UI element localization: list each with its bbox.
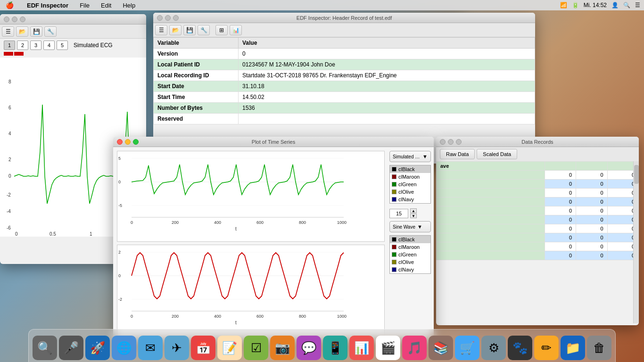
dock-keynote[interactable]: 🎬 [376,336,400,360]
data-minimize[interactable] [448,139,454,145]
ecg-channel-label: Simulated ECG [74,42,113,49]
dock-reminders[interactable]: ☑ [244,336,268,360]
ecg-channel-row: 1 2 3 4 5 Simulated ECG [0,39,146,52]
menubar-search-icon[interactable]: 🔍 [623,2,630,8]
data-cell-1-2: 0 [576,180,607,189]
plot-chart2-dropdown[interactable]: Sine Wave ▼ [389,221,431,232]
dock-siri[interactable]: 🎤 [59,336,83,360]
data-tab-scaled[interactable]: Scaled Data [477,149,517,159]
dock-safari[interactable]: 🌐 [112,336,136,360]
header-btn1[interactable]: ☰ [155,25,167,35]
data-close[interactable] [440,139,446,145]
menubar-time: Mi. 14:52 [584,2,607,8]
header-value-2: Startdate 31-OCT-2018 98765 Dr. Frankens… [239,70,535,81]
data-cell-3-2: 0 [576,197,607,206]
dock-numbers[interactable]: 📊 [349,336,374,360]
ecg-minimize-btn[interactable] [12,16,17,22]
dock-preferences[interactable]: ⚙ [481,336,506,360]
plot-chart1-svg: 5 0 -5 0 200 400 600 800 1000 t [117,151,348,236]
ecg-channel-4[interactable]: 4 [43,41,55,50]
color-item-black1[interactable]: clBlack [390,165,430,173]
data-cell-0-0 [437,171,545,180]
menubar-file[interactable]: File [78,2,91,9]
menubar-control-center-icon[interactable]: ☰ [635,2,640,8]
dock-music[interactable]: 🎵 [402,336,427,360]
dock-sketch[interactable]: ✏ [534,336,559,360]
dock-airmail[interactable]: ✈ [165,336,189,360]
ecg-close-btn[interactable] [4,16,9,22]
color-item-navy1[interactable]: clNavy [390,196,430,203]
color-item-black2[interactable]: clBlack [390,236,430,243]
header-minimize[interactable] [165,15,171,21]
header-row-3: Start Date31.10.18 [154,81,535,92]
dock-facetime[interactable]: 📱 [323,336,347,360]
data-tab-raw[interactable]: Raw Data [440,149,475,159]
color-item-maroon1[interactable]: clMaroon [390,173,430,181]
dock-photos[interactable]: 📷 [270,336,295,360]
ecg-toolbar-btn3[interactable]: 💾 [30,26,42,37]
data-header-col2 [545,162,576,171]
header-close[interactable] [157,15,163,21]
header-btn2[interactable]: 📂 [169,25,182,35]
dock-trash[interactable]: 🗑 [587,336,611,360]
ecg-maximize-btn[interactable] [20,16,25,22]
color-dot-olive1 [392,189,396,194]
svg-text:t: t [235,226,237,231]
ecg-channel-5[interactable]: 5 [57,41,68,50]
ecg-toolbar-btn1[interactable]: ☰ [2,26,14,37]
plot-ecg-line [132,165,344,195]
color-item-navy2[interactable]: clNavy [390,266,430,273]
dock-files[interactable]: 📁 [561,336,585,360]
data-scrollbar[interactable] [633,161,639,323]
svg-text:600: 600 [256,314,264,319]
ecg-channel-3[interactable]: 3 [30,41,41,50]
ecg-titlebar [0,14,146,25]
dock-appstore[interactable]: 🛒 [455,336,479,360]
color-item-green1[interactable]: clGreen [390,181,430,188]
data-row-6: 000 [437,224,639,233]
data-cell-3-0 [437,197,545,206]
plot-close[interactable] [117,139,123,145]
plot-chart1-dropdown[interactable]: Simulated EC ▼ [389,151,431,162]
data-cell-2-1: 0 [545,189,576,197]
header-btn5[interactable]: ⊞ [215,25,228,35]
plot-maximize[interactable] [133,139,139,145]
dock-launchbar[interactable]: 🐾 [508,336,532,360]
data-scrollbar-thumb[interactable] [634,165,639,184]
color-dot-maroon1 [392,174,396,179]
data-cell-4-1: 0 [545,206,576,215]
plot-spinner-down[interactable]: ▼ [410,214,417,218]
header-btn4[interactable]: 🔧 [198,25,210,35]
dock-messages[interactable]: 💬 [297,336,321,360]
color-item-olive1[interactable]: clOlive [390,188,430,196]
ecg-channel-2[interactable]: 2 [17,41,28,50]
dock-finder[interactable]: 🔍 [33,336,57,360]
dock-mail[interactable]: ✉ [138,336,163,360]
menubar-help[interactable]: Help [121,2,137,9]
plot-spinner-input[interactable] [389,209,408,218]
header-maximize[interactable] [173,15,179,21]
apple-menu[interactable]: 🍎 [4,1,16,9]
color-item-olive2[interactable]: clOlive [390,258,430,266]
ecg-swatch-1 [4,52,13,56]
svg-text:0: 0 [131,220,133,225]
header-btn3[interactable]: 💾 [183,25,196,35]
plot-spinner-up[interactable]: ▲ [410,208,417,213]
dock-notes[interactable]: 📝 [217,336,242,360]
plot-minimize[interactable] [125,139,131,145]
svg-text:4: 4 [8,131,11,136]
ecg-toolbar-btn2[interactable]: 📂 [16,26,28,37]
menubar-app-name[interactable]: EDF Inspector [25,2,70,9]
dock-books[interactable]: 📚 [429,336,453,360]
dock-calendar[interactable]: 📅 [191,336,215,360]
menubar-edit[interactable]: Edit [99,2,113,9]
svg-text:-2: -2 [118,297,122,302]
ecg-toolbar-btn4[interactable]: 🔧 [44,26,57,37]
color-item-maroon2[interactable]: clMaroon [390,243,430,251]
data-cell-0-2: 0 [576,171,607,180]
ecg-channel-1[interactable]: 1 [4,41,15,50]
data-maximize[interactable] [456,139,462,145]
color-item-green2[interactable]: clGreen [390,251,430,258]
dock-launchpad[interactable]: 🚀 [85,336,110,360]
header-btn6[interactable]: 📊 [230,25,242,35]
